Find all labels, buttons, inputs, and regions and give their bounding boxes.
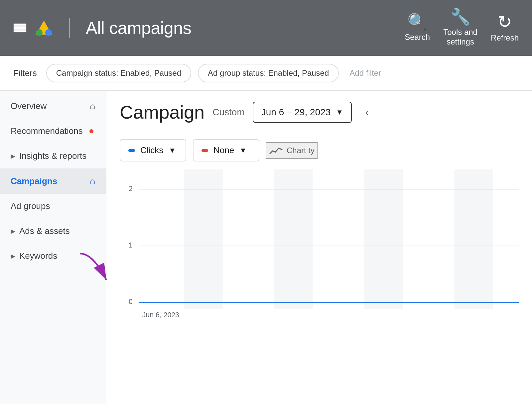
sidebar-label-recommendations: Recommendations [11, 126, 83, 136]
sidebar-item-insights[interactable]: ▶ Insights & reports [0, 144, 106, 168]
search-label: Search [405, 33, 430, 42]
chart-type-icon [269, 146, 283, 155]
svg-point-2 [36, 29, 43, 36]
none-metric-dropdown[interactable]: None ▼ [193, 139, 259, 161]
date-picker-button[interactable]: Jun 6 – 29, 2023 ▼ [253, 102, 352, 123]
tools-icon: 🔧 [451, 9, 470, 25]
ad-group-status-filter[interactable]: Ad group status: Enabled, Paused [198, 64, 339, 82]
sidebar-item-overview[interactable]: Overview ⌂ [0, 93, 106, 119]
custom-label: Custom [212, 107, 244, 118]
expand-arrow-ads: ▶ [11, 228, 15, 235]
svg-text:1: 1 [129, 241, 133, 249]
clicks-dropdown-arrow-icon: ▼ [169, 146, 176, 155]
search-button[interactable]: 🔍 Search [405, 14, 430, 42]
svg-text:0: 0 [129, 297, 133, 306]
sidebar-label-insights: Insights & reports [19, 151, 86, 161]
clicks-metric-dropdown[interactable]: Clicks ▼ [120, 139, 186, 161]
none-label: None [213, 145, 234, 155]
home-icon: ⌂ [90, 101, 95, 111]
collapse-button[interactable]: ‹ [365, 106, 369, 118]
clicks-label: Clicks [140, 145, 163, 155]
svg-text:2: 2 [129, 184, 133, 193]
header-actions: 🔍 Search 🔧 Tools and settings ↻ Refresh [405, 9, 519, 47]
tools-label: Tools and settings [443, 28, 477, 47]
chart-controls: Clicks ▼ None ▼ Chart ty [106, 131, 532, 169]
chart-type-button[interactable]: Chart ty [266, 142, 318, 159]
sidebar-label-adgroups: Ad groups [11, 201, 50, 211]
page-title: All campaigns [86, 18, 191, 38]
expand-arrow-insights: ▶ [11, 152, 15, 160]
svg-point-1 [45, 29, 52, 36]
content-panel: Campaign Custom Jun 6 – 29, 2023 ▼ ‹ Cli… [106, 91, 532, 404]
sidebar-label-keywords: Keywords [19, 251, 57, 261]
tools-settings-button[interactable]: 🔧 Tools and settings [443, 9, 477, 47]
svg-text:Jun 6, 2023: Jun 6, 2023 [142, 311, 179, 319]
none-dropdown-arrow-icon: ▼ [239, 146, 247, 155]
chart-svg: 2 1 0 Jun 6, 2023 [120, 169, 519, 322]
sidebar-item-campaigns[interactable]: Campaigns ⌂ [0, 168, 106, 194]
add-filter-button[interactable]: Add filter [345, 64, 385, 82]
main-content: Overview ⌂ Recommendations ▶ Insights & … [0, 91, 532, 404]
header-left: All campaigns [13, 18, 405, 38]
campaigns-home-icon: ⌂ [90, 176, 95, 186]
campaign-title: Campaign [120, 101, 204, 123]
google-ads-logo [35, 19, 53, 37]
clicks-metric-dot [128, 149, 135, 152]
date-dropdown-arrow-icon: ▼ [336, 108, 343, 117]
date-range-label: Jun 6 – 29, 2023 [261, 107, 331, 118]
refresh-button[interactable]: ↻ Refresh [491, 13, 519, 43]
sidebar-label-campaigns: Campaigns [11, 176, 57, 186]
sidebar-label-ads: Ads & assets [19, 226, 70, 236]
sidebar: Overview ⌂ Recommendations ▶ Insights & … [0, 91, 106, 268]
svg-rect-7 [364, 169, 403, 309]
none-metric-dot [201, 149, 208, 152]
sidebar-item-ads[interactable]: ▶ Ads & assets [0, 219, 106, 244]
search-icon: 🔍 [407, 14, 427, 30]
svg-rect-8 [454, 169, 493, 309]
sidebar-label-overview: Overview [11, 101, 47, 111]
campaign-header: Campaign Custom Jun 6 – 29, 2023 ▼ ‹ [106, 91, 532, 131]
hamburger-button[interactable] [13, 23, 27, 33]
refresh-label: Refresh [491, 33, 519, 43]
sidebar-item-adgroups[interactable]: Ad groups [0, 194, 106, 219]
notification-dot [89, 129, 93, 133]
filters-label: Filters [13, 68, 37, 78]
expand-arrow-keywords: ▶ [11, 252, 15, 260]
sidebar-wrapper: Overview ⌂ Recommendations ▶ Insights & … [0, 91, 106, 404]
sidebar-item-recommendations[interactable]: Recommendations [0, 119, 106, 144]
arrow-annotation [73, 250, 116, 295]
campaign-status-filter[interactable]: Campaign status: Enabled, Paused [46, 64, 191, 82]
refresh-icon: ↻ [497, 13, 512, 31]
svg-rect-6 [274, 169, 313, 309]
main-header: All campaigns 🔍 Search 🔧 Tools and setti… [0, 0, 532, 56]
header-divider [69, 18, 70, 38]
svg-rect-5 [184, 169, 223, 309]
chart-type-label: Chart ty [287, 146, 315, 155]
chart-area: 2 1 0 Jun 6, 2023 [106, 169, 532, 336]
filters-bar: Filters Campaign status: Enabled, Paused… [0, 56, 532, 91]
